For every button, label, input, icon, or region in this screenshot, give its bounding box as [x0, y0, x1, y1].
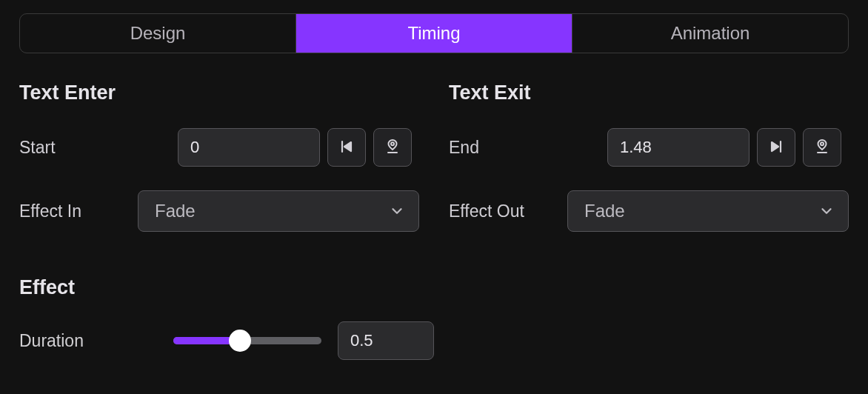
duration-label: Duration: [19, 331, 157, 351]
tab-animation[interactable]: Animation: [572, 14, 848, 53]
start-input[interactable]: [178, 128, 320, 167]
chevron-down-icon: [818, 203, 835, 219]
chevron-down-icon: [389, 203, 405, 219]
start-label: Start: [19, 138, 138, 158]
tab-design[interactable]: Design: [20, 14, 296, 53]
effect-out-select[interactable]: Fade: [567, 190, 849, 232]
effect-in-select[interactable]: Fade: [138, 190, 419, 232]
set-end-marker-button[interactable]: [803, 128, 841, 167]
effect-out-value: Fade: [584, 201, 625, 221]
svg-marker-1: [344, 142, 351, 151]
skip-previous-icon: [338, 138, 355, 158]
duration-input[interactable]: [338, 321, 434, 360]
set-start-marker-button[interactable]: [373, 128, 412, 167]
slider-thumb[interactable]: [229, 330, 251, 352]
text-enter-title: Text Enter: [19, 81, 419, 104]
marker-pin-icon: [813, 138, 831, 158]
text-enter-section: Text Enter Start: [19, 81, 419, 254]
text-exit-section: Text Exit End: [449, 81, 849, 254]
effect-section: Effect Duration: [19, 276, 849, 360]
effect-out-label: Effect Out: [449, 201, 560, 221]
skip-to-end-button[interactable]: [757, 128, 795, 167]
effect-in-value: Fade: [155, 201, 196, 221]
marker-pin-icon: [384, 138, 401, 158]
svg-point-2: [391, 142, 394, 145]
skip-next-icon: [767, 138, 785, 158]
tabs: Design Timing Animation: [19, 13, 849, 53]
end-label: End: [449, 138, 597, 158]
svg-point-6: [821, 142, 824, 145]
effect-title: Effect: [19, 276, 849, 299]
svg-marker-4: [772, 142, 778, 151]
end-input[interactable]: [607, 128, 750, 167]
tab-timing[interactable]: Timing: [296, 14, 572, 53]
text-exit-title: Text Exit: [449, 81, 849, 104]
effect-in-label: Effect In: [19, 201, 130, 221]
duration-slider[interactable]: [173, 329, 321, 353]
skip-to-start-button[interactable]: [327, 128, 366, 167]
